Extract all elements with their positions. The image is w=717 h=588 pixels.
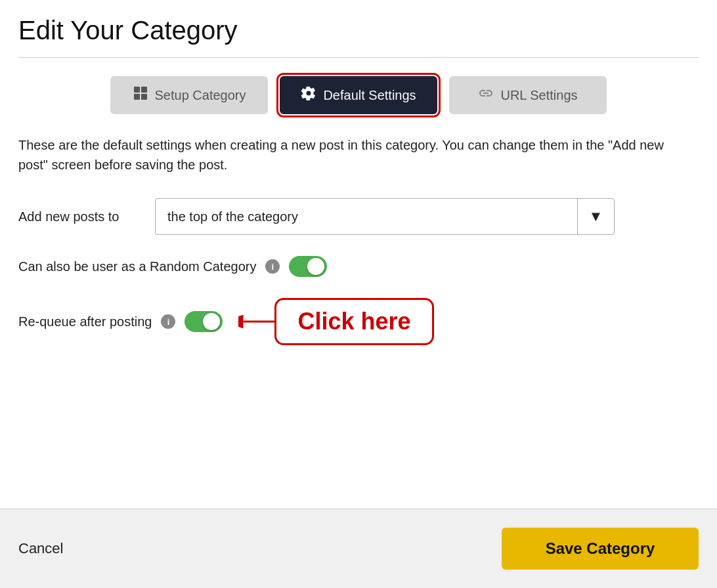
- svg-rect-2: [134, 94, 140, 100]
- svg-rect-1: [141, 87, 147, 93]
- add-new-posts-label: Add new posts to: [18, 209, 143, 224]
- cancel-button[interactable]: Cancel: [18, 540, 63, 557]
- main-content: Edit Your Category Setup Category: [0, 0, 717, 509]
- click-here-annotation: Click here: [238, 298, 433, 345]
- page-title: Edit Your Category: [18, 16, 699, 45]
- grid-icon: [133, 85, 148, 105]
- random-category-row: Can also be user as a Random Category i: [18, 256, 699, 277]
- tab-setup-label: Setup Category: [155, 88, 246, 103]
- select-value: the top of the category: [156, 209, 577, 224]
- add-new-posts-row: Add new posts to the top of the category…: [18, 198, 699, 235]
- footer-bar: Cancel Save Category: [0, 509, 717, 588]
- click-here-box[interactable]: Click here: [274, 298, 433, 345]
- requeue-info-icon[interactable]: i: [161, 314, 175, 329]
- random-category-info-icon[interactable]: i: [265, 259, 280, 274]
- link-icon: [478, 85, 494, 105]
- section-divider: [18, 57, 699, 58]
- svg-rect-0: [134, 87, 140, 93]
- arrow-icon: [238, 308, 278, 335]
- tab-default-settings[interactable]: Default Settings: [280, 76, 437, 114]
- tab-url-label: URL Settings: [500, 88, 577, 103]
- page-container: Edit Your Category Setup Category: [0, 0, 717, 588]
- requeue-toggle-thumb: [203, 313, 220, 330]
- click-here-text: Click here: [297, 308, 410, 335]
- requeue-toggle-track: [185, 311, 223, 332]
- tab-default-label: Default Settings: [323, 88, 416, 103]
- tab-setup-category[interactable]: Setup Category: [110, 76, 268, 114]
- random-category-label: Can also be user as a Random Category: [18, 259, 256, 274]
- random-category-toggle[interactable]: [289, 256, 327, 277]
- svg-rect-3: [141, 94, 147, 100]
- requeue-label: Re-queue after posting: [18, 314, 152, 329]
- tab-url-settings[interactable]: URL Settings: [449, 76, 607, 114]
- requeue-row: Re-queue after posting i: [18, 298, 699, 345]
- add-new-posts-select[interactable]: the top of the category ▼: [155, 198, 615, 235]
- save-category-button[interactable]: Save Category: [502, 528, 699, 570]
- requeue-toggle[interactable]: [185, 311, 223, 332]
- gear-icon: [301, 85, 316, 105]
- tabs-row: Setup Category Default Settings UR: [18, 76, 699, 114]
- description-text: These are the default settings when crea…: [18, 135, 688, 175]
- toggle-thumb: [307, 258, 324, 275]
- toggle-track: [289, 256, 327, 277]
- select-dropdown-arrow[interactable]: ▼: [577, 198, 614, 235]
